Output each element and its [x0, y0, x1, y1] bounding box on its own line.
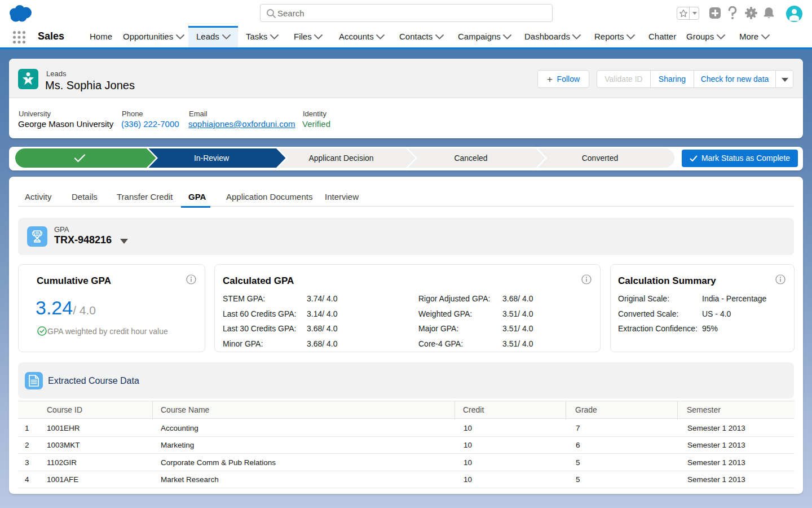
svg-text:Canceled: Canceled — [454, 154, 487, 163]
svg-text:Applicant Decision: Applicant Decision — [308, 154, 373, 163]
svg-text:In-Review: In-Review — [194, 154, 230, 163]
svg-text:Converted: Converted — [582, 154, 619, 163]
